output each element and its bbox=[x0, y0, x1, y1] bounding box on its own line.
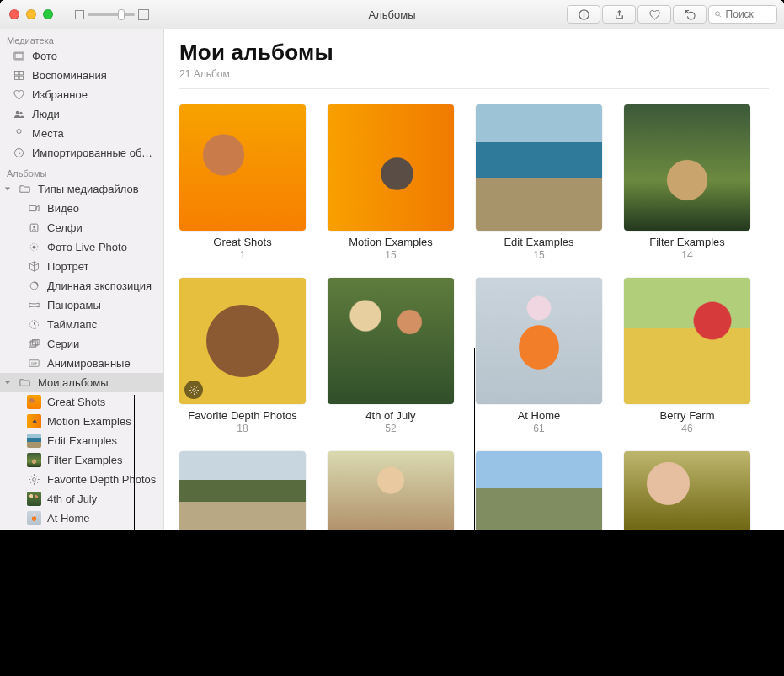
sidebar-item-heart[interactable]: Избранное bbox=[0, 85, 163, 104]
sidebar-item-label: Типы медиафайлов bbox=[38, 183, 139, 195]
sidebar-item-pin[interactable]: Места bbox=[0, 124, 163, 143]
sidebar-item-clock[interactable]: Импортированные объ… bbox=[0, 143, 163, 162]
heart-icon bbox=[648, 8, 661, 21]
album-tile[interactable]: At Home61 bbox=[476, 278, 602, 434]
svg-point-12 bbox=[19, 112, 22, 114]
sidebar-item-label: Анимированные bbox=[47, 357, 131, 370]
album-cover bbox=[624, 278, 750, 404]
album-thumb-icon bbox=[27, 492, 41, 506]
sidebar-item-label: Люди bbox=[32, 108, 60, 120]
heart-icon bbox=[12, 88, 26, 102]
album-tile[interactable] bbox=[476, 451, 602, 530]
disclosure-triangle-icon[interactable] bbox=[3, 186, 12, 193]
svg-rect-9 bbox=[15, 76, 19, 79]
sidebar-item-longexp[interactable]: Длинная экспозиция bbox=[0, 276, 163, 295]
close-window-button[interactable] bbox=[9, 9, 19, 19]
svg-point-18 bbox=[33, 226, 35, 229]
sidebar-album-item[interactable]: Edit Examples bbox=[0, 431, 163, 450]
page-title: Мои альбомы bbox=[179, 40, 769, 66]
album-count: 61 bbox=[533, 423, 544, 434]
traffic-lights bbox=[0, 9, 53, 19]
sidebar-item-timelapse[interactable]: Таймлапс bbox=[0, 315, 163, 334]
sidebar-item-gif[interactable]: GIFАнимированные bbox=[0, 354, 163, 373]
album-tile[interactable]: Edit Examples15 bbox=[476, 104, 602, 261]
album-tile[interactable]: Filter Examples14 bbox=[624, 104, 750, 261]
album-tile[interactable] bbox=[179, 451, 306, 530]
sidebar-item-photo[interactable]: Фото bbox=[0, 46, 163, 66]
favorite-button[interactable] bbox=[637, 5, 671, 24]
sidebar-item-label: Favorite Depth Photos bbox=[47, 473, 156, 486]
folder-icon bbox=[18, 182, 32, 196]
share-button[interactable] bbox=[602, 5, 636, 24]
album-count: 15 bbox=[533, 249, 544, 261]
sidebar-album-item[interactable]: Filter Examples bbox=[0, 450, 163, 470]
album-tile[interactable] bbox=[328, 451, 454, 530]
album-cover bbox=[328, 451, 454, 530]
zoom-out-icon bbox=[75, 10, 84, 19]
album-thumb-icon bbox=[27, 434, 41, 448]
memories-icon bbox=[12, 68, 26, 83]
callout-line bbox=[134, 395, 135, 575]
rotate-button[interactable] bbox=[673, 5, 707, 24]
sidebar-item-my-albums[interactable]: Мои альбомы bbox=[0, 373, 163, 392]
album-thumb-icon bbox=[27, 511, 41, 525]
album-tile[interactable] bbox=[624, 451, 750, 530]
search-input[interactable] bbox=[726, 8, 771, 20]
sidebar: Медиатека ФотоВоспоминанияИзбранноеЛюдиМ… bbox=[0, 29, 164, 530]
sidebar-item-pano[interactable]: Панорамы bbox=[0, 295, 163, 315]
sidebar-album-item[interactable]: Great Shots bbox=[0, 392, 163, 412]
sidebar-item-selfie[interactable]: Селфи bbox=[0, 218, 163, 237]
minimize-window-button[interactable] bbox=[26, 9, 36, 19]
album-thumb-icon bbox=[27, 395, 41, 409]
album-count-subtitle: 21 Альбом bbox=[179, 68, 769, 88]
svg-point-28 bbox=[33, 478, 36, 482]
folder-icon bbox=[18, 375, 32, 390]
album-thumb-icon bbox=[27, 453, 41, 467]
thumbnail-zoom-control[interactable] bbox=[75, 9, 149, 20]
sidebar-album-item[interactable]: 4th of July bbox=[0, 489, 163, 508]
album-tile[interactable]: 4th of July52 bbox=[328, 278, 454, 434]
sidebar-item-label: Портрет bbox=[47, 260, 88, 273]
sidebar-item-live[interactable]: Фото Live Photo bbox=[0, 237, 163, 257]
info-button[interactable] bbox=[567, 5, 600, 24]
share-icon bbox=[613, 8, 626, 21]
gear-icon bbox=[27, 472, 41, 487]
svg-point-11 bbox=[16, 111, 19, 114]
sidebar-item-label: Фото Live Photo bbox=[47, 241, 127, 253]
album-cover bbox=[328, 104, 454, 231]
sidebar-album-item[interactable]: At Home bbox=[0, 508, 163, 528]
album-tile[interactable]: Berry Farm46 bbox=[624, 278, 750, 434]
album-title: Great Shots bbox=[213, 236, 271, 248]
pano-icon bbox=[27, 298, 41, 312]
album-tile[interactable]: Favorite Depth Photos18 bbox=[179, 278, 306, 434]
album-tile[interactable]: Motion Examples15 bbox=[328, 104, 454, 261]
live-icon bbox=[27, 240, 41, 254]
zoom-slider[interactable] bbox=[88, 13, 135, 16]
sidebar-item-label: Great Shots bbox=[47, 396, 105, 408]
sidebar-album-item[interactable]: Motion Examples bbox=[0, 412, 163, 431]
search-field[interactable] bbox=[708, 5, 777, 24]
album-cover bbox=[328, 278, 454, 404]
zoom-window-button[interactable] bbox=[43, 9, 53, 19]
sidebar-item-cube[interactable]: Портрет bbox=[0, 257, 163, 276]
album-title: 4th of July bbox=[365, 409, 415, 422]
svg-point-19 bbox=[33, 246, 36, 249]
sidebar-item-burst[interactable]: Серии bbox=[0, 334, 163, 354]
album-cover bbox=[476, 104, 602, 231]
rotate-icon bbox=[684, 8, 696, 21]
sidebar-item-video[interactable]: Видео bbox=[0, 199, 163, 218]
sidebar-item-memories[interactable]: Воспоминания bbox=[0, 66, 163, 85]
sidebar-item-people[interactable]: Люди bbox=[0, 104, 163, 124]
toolbar-right bbox=[567, 5, 777, 24]
album-tile[interactable]: Great Shots1 bbox=[179, 104, 306, 261]
album-title: Edit Examples bbox=[504, 236, 573, 248]
photo-icon bbox=[12, 49, 26, 63]
sidebar-item-media-types[interactable]: Типы медиафайлов bbox=[0, 179, 163, 199]
album-count: 14 bbox=[681, 249, 692, 261]
search-icon bbox=[714, 9, 723, 19]
disclosure-triangle-icon[interactable] bbox=[3, 380, 12, 386]
svg-rect-8 bbox=[19, 72, 23, 75]
sidebar-album-item[interactable]: Favorite Depth Photos bbox=[0, 470, 163, 489]
titlebar: Альбомы bbox=[0, 0, 784, 29]
album-cover bbox=[179, 451, 306, 530]
